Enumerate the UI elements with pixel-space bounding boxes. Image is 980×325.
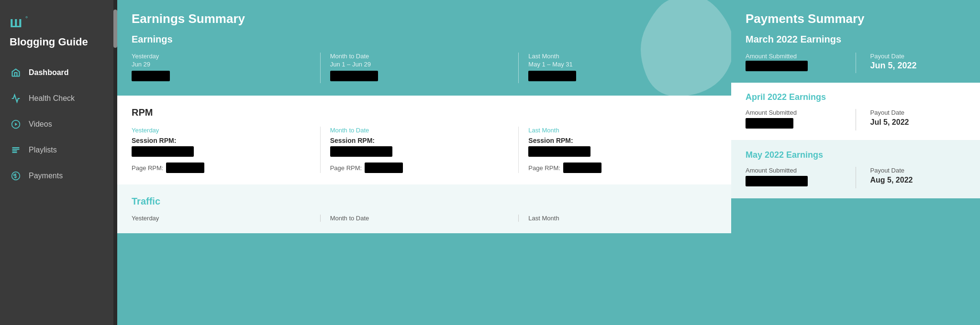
yesterday-label: Yesterday bbox=[132, 53, 311, 60]
march-amount-value bbox=[746, 61, 808, 71]
traffic-lastmonth-label: Last Month bbox=[528, 215, 707, 222]
rpm-yesterday-session-value bbox=[132, 146, 194, 157]
may-divider bbox=[856, 167, 856, 188]
earnings-col-yesterday: Yesterday Jun 29 bbox=[132, 53, 321, 83]
traffic-title: Traffic bbox=[132, 196, 717, 207]
rpm-mtd-session-value bbox=[330, 146, 392, 157]
rpm-lastmonth-page: Page RPM: bbox=[528, 162, 707, 173]
traffic-mtd-label: Month to Date bbox=[330, 215, 509, 222]
logo-area: ш ° bbox=[0, 10, 117, 32]
may-title: May 2022 Earnings bbox=[746, 150, 966, 160]
traffic-col-yesterday: Yesterday bbox=[132, 215, 321, 222]
playlists-label: Playlists bbox=[29, 146, 57, 154]
traffic-cols: Yesterday Month to Date Last Month bbox=[132, 215, 717, 222]
march-payout-col: Payout Date Jun 5, 2022 bbox=[870, 53, 966, 71]
rpm-lastmonth-session-value bbox=[528, 146, 590, 157]
rpm-mtd-session-label: Session RPM: bbox=[330, 137, 509, 144]
videos-label: Videos bbox=[29, 120, 52, 129]
april-amount-label: Amount Submitted bbox=[746, 109, 841, 116]
may-amount-label: Amount Submitted bbox=[746, 167, 841, 174]
march-payments-row: Amount Submitted Payout Date Jun 5, 2022 bbox=[746, 53, 966, 73]
lastmonth-amount bbox=[528, 71, 576, 81]
rpm-col-mtd: Month to Date Session RPM: Page RPM: bbox=[321, 127, 519, 173]
earnings-section-title: Earnings bbox=[132, 34, 717, 45]
april-payout-col: Payout Date Jul 5, 2022 bbox=[870, 109, 966, 127]
april-payout-label: Payout Date bbox=[870, 109, 966, 116]
health-check-label: Health Check bbox=[29, 94, 75, 103]
earnings-cols: Yesterday Jun 29 Month to Date Jun 1 – J… bbox=[132, 53, 717, 83]
may-payout-date: Aug 5, 2022 bbox=[870, 176, 966, 184]
earnings-panel: Earnings Summary Earnings Yesterday Jun … bbox=[117, 0, 731, 325]
rpm-cols: Yesterday Session RPM: Page RPM: Month t… bbox=[132, 127, 717, 173]
sidebar-item-playlists[interactable]: Playlists bbox=[0, 137, 117, 163]
scrollbar-thumb[interactable] bbox=[113, 10, 117, 48]
rpm-mtd-page: Page RPM: bbox=[330, 162, 509, 173]
payments-panel-title: Payments Summary bbox=[746, 11, 966, 26]
scrollbar-track bbox=[113, 0, 117, 325]
videos-icon bbox=[10, 118, 22, 130]
sidebar-item-payments[interactable]: Payments bbox=[0, 163, 117, 189]
april-card: April 2022 Earnings Amount Submitted Pay… bbox=[731, 83, 980, 141]
sidebar-item-dashboard[interactable]: Dashboard bbox=[0, 60, 117, 86]
may-payout-label: Payout Date bbox=[870, 167, 966, 174]
payments-divider-march bbox=[856, 53, 856, 73]
payments-header: Payments Summary March 2022 Earnings Amo… bbox=[731, 0, 980, 83]
logo-icon: ш bbox=[10, 14, 22, 30]
sidebar-title: Blogging Guide bbox=[0, 32, 117, 60]
lastmonth-sublabel: May 1 – May 31 bbox=[528, 61, 707, 68]
lastmonth-label: Last Month bbox=[528, 53, 707, 60]
mtd-sublabel: Jun 1 – Jun 29 bbox=[330, 61, 509, 68]
svg-marker-1 bbox=[15, 123, 17, 126]
rpm-section: RPM Yesterday Session RPM: Page RPM: Mon… bbox=[117, 96, 731, 184]
dashboard-label: Dashboard bbox=[29, 68, 69, 77]
main-content: Earnings Summary Earnings Yesterday Jun … bbox=[117, 0, 980, 325]
march-amount-col: Amount Submitted bbox=[746, 53, 841, 73]
payments-label: Payments bbox=[29, 172, 63, 180]
april-detail-row: Amount Submitted Payout Date Jul 5, 2022 bbox=[746, 109, 966, 130]
yesterday-sublabel: Jun 29 bbox=[132, 61, 311, 68]
sidebar-item-health-check[interactable]: Health Check bbox=[0, 86, 117, 111]
traffic-section: Traffic Yesterday Month to Date Last Mon… bbox=[117, 184, 731, 233]
sidebar: ш ° Blogging Guide Dashboard Health Chec… bbox=[0, 0, 117, 325]
april-amount-col: Amount Submitted bbox=[746, 109, 841, 130]
earnings-col-mtd: Month to Date Jun 1 – Jun 29 bbox=[321, 53, 519, 83]
april-title: April 2022 Earnings bbox=[746, 92, 966, 102]
rpm-mtd-label: Month to Date bbox=[330, 127, 509, 134]
rpm-yesterday-label: Yesterday bbox=[132, 127, 311, 134]
rpm-lastmonth-page-value bbox=[563, 162, 601, 173]
may-payout-col: Payout Date Aug 5, 2022 bbox=[870, 167, 966, 184]
traffic-col-lastmonth: Last Month bbox=[519, 215, 717, 222]
earnings-panel-title: Earnings Summary bbox=[132, 11, 717, 26]
rpm-col-yesterday: Yesterday Session RPM: Page RPM: bbox=[132, 127, 321, 173]
rpm-mtd-page-value bbox=[365, 162, 403, 173]
may-amount-value bbox=[746, 176, 808, 186]
traffic-yesterday-label: Yesterday bbox=[132, 215, 311, 222]
mtd-amount bbox=[330, 71, 378, 81]
earnings-header: Earnings Summary Earnings Yesterday Jun … bbox=[117, 0, 731, 96]
rpm-title: RPM bbox=[132, 107, 717, 118]
playlists-icon bbox=[10, 144, 22, 156]
may-amount-col: Amount Submitted bbox=[746, 167, 841, 188]
rpm-lastmonth-session-label: Session RPM: bbox=[528, 137, 707, 144]
april-divider bbox=[856, 109, 856, 130]
april-amount-value bbox=[746, 118, 793, 129]
may-detail-row: Amount Submitted Payout Date Aug 5, 2022 bbox=[746, 167, 966, 188]
may-card: May 2022 Earnings Amount Submitted Payou… bbox=[731, 141, 980, 198]
yesterday-amount bbox=[132, 71, 170, 81]
health-check-icon bbox=[10, 92, 22, 105]
rpm-lastmonth-label: Last Month bbox=[528, 127, 707, 134]
sidebar-item-videos[interactable]: Videos bbox=[0, 111, 117, 137]
payments-icon bbox=[10, 170, 22, 182]
rpm-col-lastmonth: Last Month Session RPM: Page RPM: bbox=[519, 127, 717, 173]
march-earnings-title: March 2022 Earnings bbox=[746, 34, 966, 45]
rpm-yesterday-page-value bbox=[166, 162, 204, 173]
traffic-col-mtd: Month to Date bbox=[321, 215, 519, 222]
logo-dot: ° bbox=[25, 15, 28, 22]
march-amount-label: Amount Submitted bbox=[746, 53, 841, 60]
earnings-col-lastmonth: Last Month May 1 – May 31 bbox=[519, 53, 717, 83]
mtd-label: Month to Date bbox=[330, 53, 509, 60]
payments-panel: Payments Summary March 2022 Earnings Amo… bbox=[731, 0, 980, 325]
home-icon bbox=[10, 66, 22, 79]
rpm-yesterday-session-label: Session RPM: bbox=[132, 137, 311, 144]
march-payout-label: Payout Date bbox=[870, 53, 966, 60]
